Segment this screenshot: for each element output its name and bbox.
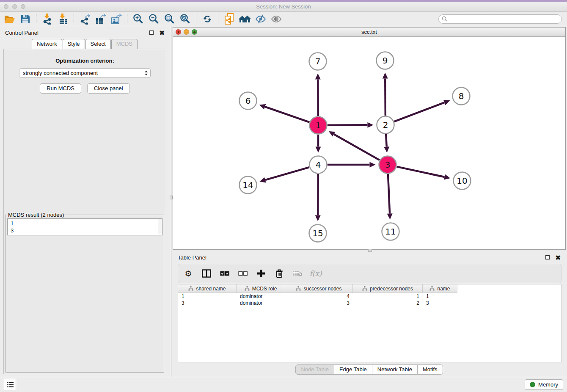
graph-node-3[interactable]: 3 xyxy=(379,156,396,174)
table-cell[interactable]: 2 xyxy=(353,300,423,306)
search-field[interactable] xyxy=(438,14,562,24)
edge-arrow-2-3 xyxy=(384,146,389,152)
tab-mcds[interactable]: MCDS xyxy=(111,39,138,49)
table-cell[interactable]: 1 xyxy=(178,293,237,300)
table-cell[interactable]: dominator xyxy=(237,300,285,306)
run-mcds-button[interactable]: Run MCDS xyxy=(40,83,81,94)
tab-node-table[interactable]: Node Table xyxy=(295,364,334,375)
add-column-icon[interactable] xyxy=(256,268,266,279)
function-builder-icon[interactable]: f(x) xyxy=(311,268,321,279)
tab-edge-table[interactable]: Edge Table xyxy=(334,364,372,375)
column-header-successor-nodes[interactable]: successor nodes xyxy=(285,284,353,293)
panel-splitter[interactable] xyxy=(170,26,173,377)
graph-node-8[interactable]: 8 xyxy=(453,88,470,105)
graph-node-7[interactable]: 7 xyxy=(309,53,327,70)
zoom-selected-icon[interactable] xyxy=(177,13,193,25)
tab-select[interactable]: Select xyxy=(85,39,111,49)
table-cell[interactable]: dominator xyxy=(237,293,285,300)
network-graph[interactable]: 7968124314101511 xyxy=(173,37,564,249)
result-scrollbar[interactable] xyxy=(158,219,162,235)
float-table-panel-icon[interactable] xyxy=(545,255,550,259)
tab-network-table[interactable]: Network Table xyxy=(372,364,418,375)
memory-label: Memory xyxy=(538,381,558,388)
network-window-maximize-button[interactable]: + xyxy=(192,29,197,35)
edge-3-10[interactable] xyxy=(397,167,445,177)
copy-network-icon[interactable] xyxy=(221,13,237,25)
float-panel-icon[interactable] xyxy=(149,30,154,35)
network-window-close-button[interactable]: x xyxy=(176,29,181,35)
close-table-panel-icon[interactable]: ✖ xyxy=(555,254,561,261)
close-panel-icon[interactable]: ✖ xyxy=(159,30,165,36)
table-cell[interactable]: 1 xyxy=(353,293,423,300)
table-cell[interactable]: 1 xyxy=(423,293,457,300)
zoom-in-icon[interactable] xyxy=(130,13,146,25)
horizontal-splitter[interactable] xyxy=(173,250,566,252)
graph-node-14[interactable]: 14 xyxy=(239,177,257,194)
edge-3-1[interactable] xyxy=(334,134,380,160)
hide-graphics-details-icon[interactable] xyxy=(253,13,268,25)
export-network-icon[interactable] xyxy=(77,13,93,25)
graph-node-9[interactable]: 9 xyxy=(377,52,394,69)
edge-1-6[interactable] xyxy=(265,107,309,122)
edge-4-14[interactable] xyxy=(265,167,309,180)
table-cell[interactable]: 3 xyxy=(423,300,457,306)
table-settings-icon[interactable]: ⚙ xyxy=(183,268,193,279)
save-session-icon[interactable] xyxy=(17,13,33,25)
tab-network[interactable]: Network xyxy=(32,39,62,49)
graph-node-15[interactable]: 15 xyxy=(309,225,327,242)
select-all-checks-icon[interactable] xyxy=(220,268,230,279)
graph-node-2[interactable]: 2 xyxy=(377,116,394,134)
memory-button[interactable]: Memory xyxy=(525,379,563,390)
edge-3-11[interactable] xyxy=(388,174,390,214)
zoom-out-icon[interactable] xyxy=(146,13,162,25)
export-image-icon[interactable] xyxy=(108,13,124,25)
node-table[interactable]: shared nameMCDS rolesuccessor nodesprede… xyxy=(178,284,561,362)
edge-2-3[interactable] xyxy=(386,134,387,147)
open-session-icon[interactable] xyxy=(2,13,17,25)
mac-zoom-button[interactable] xyxy=(21,4,25,9)
edge-1-7[interactable] xyxy=(318,79,318,116)
table-cell[interactable]: 4 xyxy=(285,293,353,300)
graph-node-11[interactable]: 11 xyxy=(382,223,399,240)
show-graphics-details-icon[interactable] xyxy=(268,13,284,25)
table-cell[interactable]: 3 xyxy=(178,300,237,306)
table-row[interactable]: 3dominator323 xyxy=(178,300,561,306)
network-overview-icon[interactable] xyxy=(237,13,253,25)
export-table-icon[interactable] xyxy=(93,13,108,25)
mcds-result-list[interactable]: 13 xyxy=(7,218,162,235)
delete-table-icon[interactable] xyxy=(292,268,303,279)
table-cell[interactable]: 3 xyxy=(285,300,353,306)
graph-node-10[interactable]: 10 xyxy=(454,172,471,190)
column-header-mcds-role[interactable]: MCDS role xyxy=(237,284,285,293)
close-panel-button[interactable]: Close panel xyxy=(87,83,130,94)
column-header-shared-name[interactable]: shared name xyxy=(178,284,237,293)
tab-motifs[interactable]: Motifs xyxy=(417,364,443,375)
search-input[interactable] xyxy=(449,16,559,22)
network-window-titlebar[interactable]: x – + scc.txt xyxy=(173,28,565,37)
edge-4-15[interactable] xyxy=(318,174,318,215)
graph-node-4[interactable]: 4 xyxy=(310,156,327,174)
import-network-icon[interactable] xyxy=(39,13,55,25)
network-window-minimize-button[interactable]: – xyxy=(184,29,189,35)
table-row[interactable]: 1dominator411 xyxy=(178,293,561,300)
graph-node-1[interactable]: 1 xyxy=(310,117,327,134)
mac-minimize-button[interactable] xyxy=(12,4,17,9)
optimization-criterion-select[interactable]: strongly connected component xyxy=(19,68,151,78)
splitter-grip[interactable] xyxy=(170,196,173,199)
refresh-network-icon[interactable] xyxy=(199,13,215,25)
edge-2-8[interactable] xyxy=(394,102,445,121)
graph-node-6[interactable]: 6 xyxy=(239,92,257,110)
edge-2-9[interactable] xyxy=(385,78,385,116)
tab-style[interactable]: Style xyxy=(63,39,85,49)
task-history-button[interactable] xyxy=(4,379,16,390)
mac-close-button[interactable] xyxy=(4,4,8,9)
unselect-all-checks-icon[interactable] xyxy=(238,268,248,279)
column-header-predecessor-nodes[interactable]: predecessor nodes xyxy=(353,284,423,293)
import-table-icon[interactable] xyxy=(55,13,71,25)
edge-1-2[interactable] xyxy=(328,125,368,125)
column-header-name[interactable]: name xyxy=(423,284,457,293)
zoom-fit-icon[interactable] xyxy=(162,13,177,25)
column-visibility-icon[interactable] xyxy=(201,268,212,279)
delete-columns-icon[interactable] xyxy=(274,268,284,279)
horizontal-splitter-grip[interactable] xyxy=(368,249,372,252)
